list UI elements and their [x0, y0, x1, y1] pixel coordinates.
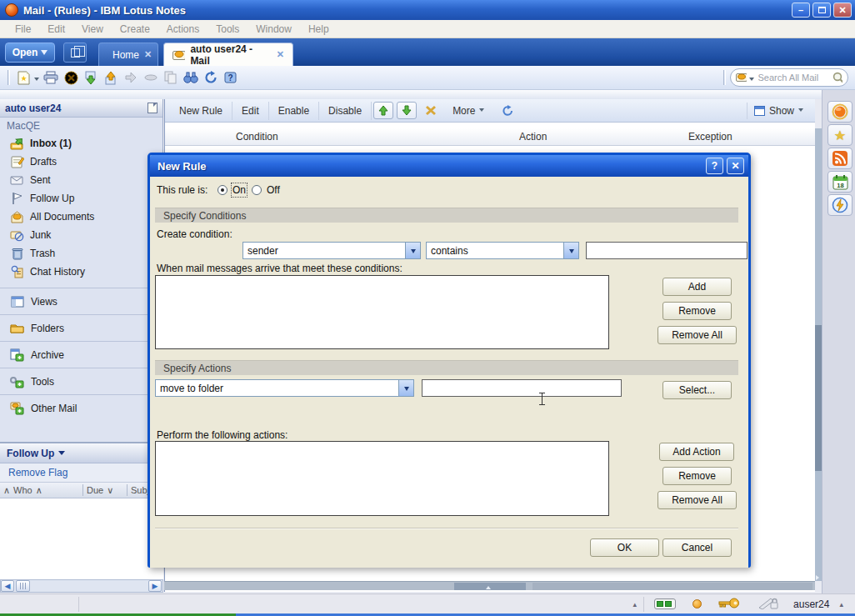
network-status-indicator[interactable] [644, 598, 686, 609]
sidebar-section-views[interactable]: Views [0, 288, 163, 314]
menu-view[interactable]: View [73, 22, 112, 37]
security-key-indicator[interactable] [708, 598, 750, 611]
bottom-splitter[interactable] [164, 581, 815, 590]
ok-button[interactable]: OK [590, 538, 659, 557]
sidebar-item-inbox[interactable]: Inbox (1) [0, 134, 162, 153]
enable-rule-button[interactable]: Enable [269, 102, 319, 120]
sidebar-item-trash[interactable]: Trash [0, 244, 162, 263]
edit-rule-button[interactable]: Edit [232, 102, 269, 120]
remove-flag-action[interactable]: Remove Flag [0, 463, 163, 483]
actions-listbox[interactable] [155, 441, 609, 516]
menu-tools[interactable]: Tools [208, 22, 248, 37]
move-down-button[interactable] [397, 102, 417, 119]
send-mail-button[interactable] [102, 69, 120, 86]
bottom-splitter-thumb[interactable] [454, 583, 526, 590]
new-document-caret-icon[interactable] [34, 78, 39, 83]
window-switcher-button[interactable] [63, 43, 87, 63]
remove-all-conditions-button[interactable]: Remove All [658, 326, 737, 344]
calendar-button[interactable]: 18 [828, 171, 852, 193]
menu-actions[interactable]: Actions [158, 22, 208, 37]
menu-edit[interactable]: Edit [39, 22, 73, 37]
show-button[interactable]: Show [747, 103, 812, 119]
tab-mail-close-icon[interactable]: ✕ [277, 49, 284, 60]
combo-caret-icon[interactable] [398, 380, 413, 396]
sidebar-item-all-documents[interactable]: All Documents [0, 208, 162, 226]
search-box[interactable] [730, 68, 848, 87]
stop-button[interactable] [62, 69, 80, 86]
more-button[interactable]: More [443, 102, 495, 120]
column-who[interactable]: ∧ Who ∧ [0, 485, 82, 496]
sidebar-item-sent[interactable]: Sent [0, 171, 162, 189]
sidebar-section-tools[interactable]: Tools [0, 368, 163, 394]
rule-on-label[interactable]: On [232, 184, 246, 196]
condition-operator-select[interactable]: contains [426, 242, 579, 259]
condition-value-input[interactable] [586, 242, 748, 259]
column-exception[interactable]: Exception [688, 131, 732, 143]
refresh-button[interactable] [202, 69, 220, 86]
search-input[interactable] [758, 73, 830, 83]
find-button[interactable] [182, 69, 200, 86]
sidebar-item-junk[interactable]: Junk [0, 226, 162, 244]
sidebar-section-archive[interactable]: Archive [0, 341, 163, 368]
scroll-right-button[interactable]: ▶ [148, 580, 162, 592]
conditions-listbox[interactable] [155, 275, 609, 349]
follow-up-header[interactable]: Follow Up [0, 443, 163, 463]
dialog-close-button[interactable]: ✕ [727, 158, 744, 174]
remove-all-actions-button[interactable]: Remove All [658, 491, 737, 509]
follow-up-list[interactable] [0, 498, 163, 575]
new-document-button[interactable] [15, 69, 33, 86]
menu-help[interactable]: Help [300, 22, 338, 37]
open-button[interactable]: Open [5, 43, 55, 63]
new-rule-button[interactable]: New Rule [170, 102, 232, 120]
window-close-button[interactable]: ✕ [833, 3, 852, 18]
preview-splitter[interactable] [815, 128, 822, 581]
help-button[interactable]: ? [222, 69, 240, 86]
edit-mode-indicator[interactable] [750, 597, 787, 612]
toolbar-grip[interactable] [8, 70, 10, 85]
sidebar-horizontal-scrollbar[interactable]: ◀ ▶ [0, 579, 163, 593]
condition-field-select[interactable]: sender [242, 242, 421, 259]
print-button[interactable] [42, 69, 60, 86]
sidebar-section-folders[interactable]: Folders [0, 314, 163, 341]
combo-caret-icon[interactable] [405, 243, 420, 258]
logged-in-user[interactable]: auser24 [787, 598, 832, 610]
search-icon[interactable] [832, 72, 843, 84]
refresh-view-button[interactable] [497, 102, 518, 119]
search-grip[interactable] [723, 70, 726, 85]
cancel-button[interactable]: Cancel [662, 538, 732, 557]
scroll-thumb[interactable] [16, 580, 30, 592]
user-menu-caret-icon[interactable]: ▴ [832, 600, 855, 608]
sidebar-item-drafts[interactable]: Drafts [0, 153, 162, 171]
favorites-button[interactable]: ★ [828, 124, 852, 146]
column-action[interactable]: Action [519, 131, 547, 143]
move-up-button[interactable] [373, 102, 393, 119]
minimize-button[interactable]: – [792, 3, 810, 18]
status-expand-icon[interactable]: ▴ [627, 600, 644, 608]
remove-condition-button[interactable]: Remove [662, 302, 732, 320]
rule-on-radio[interactable] [218, 185, 228, 195]
sidebar-item-follow-up[interactable]: Follow Up [0, 189, 162, 208]
column-condition[interactable]: Condition [236, 131, 278, 143]
feeds-button[interactable] [828, 148, 852, 169]
restore-button[interactable] [812, 3, 831, 18]
select-folder-button[interactable]: Select... [662, 381, 732, 399]
action-value-input[interactable] [422, 379, 622, 397]
rule-off-label[interactable]: Off [267, 184, 280, 196]
menu-create[interactable]: Create [112, 22, 158, 37]
receive-mail-button[interactable] [82, 69, 100, 86]
sametime-contacts-button[interactable] [828, 101, 852, 123]
sidebar-item-chat-history[interactable]: Chat History [0, 263, 162, 281]
combo-caret-icon[interactable] [563, 243, 578, 258]
add-action-button[interactable]: Add Action [659, 443, 734, 461]
add-condition-button[interactable]: Add [662, 278, 732, 296]
action-type-select[interactable]: move to folder [155, 379, 414, 397]
panel-switch-icon[interactable] [148, 103, 158, 113]
dialog-help-button[interactable]: ? [706, 158, 723, 174]
rule-off-radio[interactable] [252, 185, 262, 195]
tab-home[interactable]: Home ✕ [98, 43, 158, 66]
tab-mail-active[interactable]: auto user24 - Mail ✕ [163, 43, 293, 66]
sidebar-section-other-mail[interactable]: Other Mail [0, 394, 163, 421]
disable-rule-button[interactable]: Disable [319, 102, 372, 120]
column-due[interactable]: Due ∨ [83, 485, 127, 496]
scroll-left-button[interactable]: ◀ [1, 580, 14, 592]
